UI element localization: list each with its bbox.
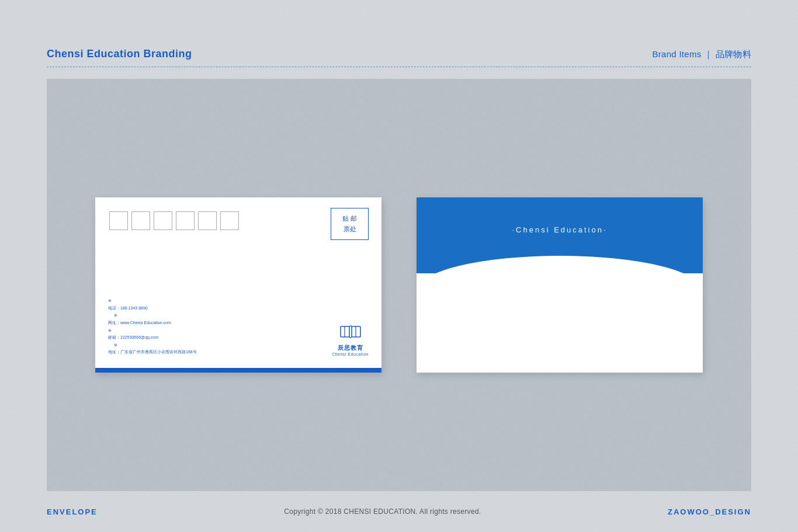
header-right: Brand Items ｜ 品牌物料 <box>652 49 751 67</box>
envelope-flap: ·Chensi Education· <box>417 197 703 273</box>
contact-info: ※ 电话：188 1343 8890 ※ 网址：www.Chensi Educa… <box>108 297 197 356</box>
contact-phone: ※ 电话：188 1343 8890 ※ 网址：www.Chensi Educa… <box>108 297 197 326</box>
envelope-blue-stripe <box>95 368 381 373</box>
envelope-bottom-info: ※ 电话：188 1343 8890 ※ 网址：www.Chensi Educa… <box>108 297 369 356</box>
envelope-front: ·Chensi Education· <box>417 197 703 373</box>
brand-items-label: Brand Items ｜ 品牌物料 <box>652 49 751 60</box>
postcode-boxes <box>109 211 367 230</box>
logo-icon <box>339 323 362 342</box>
envelope-flap-curve <box>417 256 703 273</box>
stamp-area: 贴 邮 票处 <box>331 208 369 240</box>
envelope-back-content: 贴 邮 票处 ※ 电话：188 1343 8890 ※ 网址：www.Chens… <box>95 197 381 373</box>
footer-designer: ZAOWOO_DESIGN <box>668 507 751 516</box>
postcode-box-5 <box>198 211 217 230</box>
envelope-flap-text: ·Chensi Education· <box>512 225 607 234</box>
header-left: Chensi Education Branding <box>47 48 192 67</box>
footer-envelope-label: ENVELOPE <box>47 507 98 516</box>
postcode-box-6 <box>220 211 239 230</box>
footer-copyright: Copyright © 2018 CHENSI EDUCATION. All r… <box>284 507 481 516</box>
logo-area: 辰思教育 Chensi Education <box>332 323 369 356</box>
main-content: 贴 邮 票处 ※ 电话：188 1343 8890 ※ 网址：www.Chens… <box>47 79 751 491</box>
postcode-box-2 <box>131 211 150 230</box>
contact-qq: ※ 邮箱：222530666@qq.com ※ 地址：广东省广州市番禺区小谷围街… <box>108 327 197 356</box>
logo-name-en: Chensi Education <box>332 352 369 356</box>
footer: ENVELOPE Copyright © 2018 CHENSI EDUCATI… <box>0 491 798 532</box>
header: Chensi Education Branding Brand Items ｜ … <box>0 0 798 67</box>
postcode-box-1 <box>109 211 128 230</box>
postcode-box-3 <box>154 211 172 230</box>
envelope-back: 贴 邮 票处 ※ 电话：188 1343 8890 ※ 网址：www.Chens… <box>95 197 381 373</box>
stamp-text: 贴 邮 票处 <box>342 214 357 234</box>
header-divider <box>47 67 751 67</box>
page-title: Chensi Education Branding <box>47 48 192 60</box>
logo-name-cn: 辰思教育 <box>338 344 363 352</box>
postcode-box-4 <box>176 211 195 230</box>
